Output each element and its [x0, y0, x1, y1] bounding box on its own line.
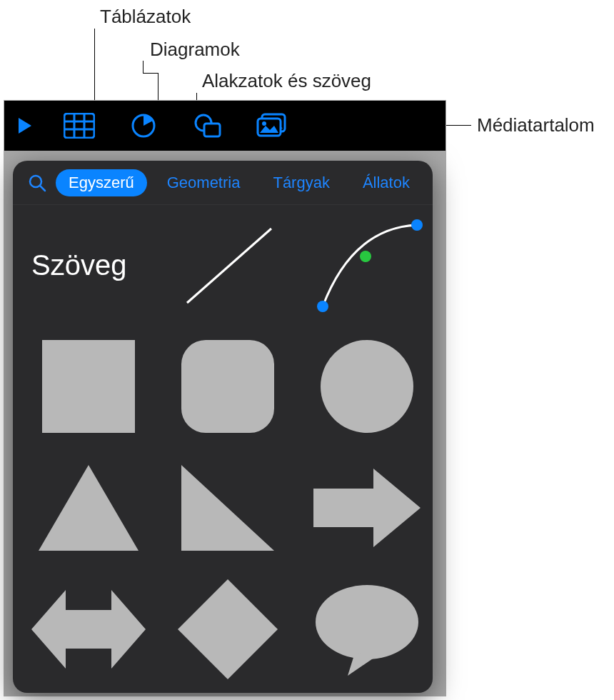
svg-line-12 [40, 186, 45, 191]
shapes-icon [193, 113, 222, 139]
callout-line [143, 61, 144, 74]
charts-button[interactable] [111, 101, 176, 151]
svg-rect-17 [42, 340, 135, 433]
shape-line[interactable] [174, 215, 281, 315]
shapes-grid: Szöveg [13, 205, 433, 693]
category-animals[interactable]: Állatok [350, 169, 423, 196]
callout-line [143, 73, 158, 74]
arrow-right-icon [313, 469, 421, 547]
charts-icon [131, 113, 156, 139]
shapes-popover: Egyszerű Geometria Tárgyak Állatok Szöve… [13, 161, 433, 693]
toolbar [4, 101, 446, 151]
right-triangle-icon [181, 465, 274, 551]
square-icon [42, 340, 135, 433]
search-icon [28, 174, 46, 192]
svg-point-19 [321, 340, 413, 433]
shape-square[interactable] [31, 336, 146, 436]
svg-rect-18 [181, 340, 274, 433]
pen-icon [310, 215, 424, 315]
callout-shapes-text: Alakzatok és szöveg [202, 70, 371, 92]
shape-triangle[interactable] [31, 458, 146, 558]
svg-rect-9 [258, 119, 281, 136]
category-objects[interactable]: Tárgyak [260, 169, 342, 196]
shapes-button[interactable] [176, 101, 240, 151]
shape-circle[interactable] [310, 336, 424, 436]
diamond-icon [178, 579, 278, 679]
search-button[interactable] [23, 174, 51, 192]
category-basic[interactable]: Egyszerű [56, 169, 147, 196]
speech-bubble-icon [313, 583, 421, 676]
callout-tables: Táblázatok [100, 6, 191, 28]
svg-rect-0 [64, 114, 94, 138]
shape-pen[interactable] [310, 215, 424, 315]
shape-rounded-square[interactable] [174, 336, 281, 436]
circle-icon [321, 340, 413, 433]
shape-diamond[interactable] [174, 579, 281, 679]
tables-icon [64, 113, 95, 139]
arrow-leftright-icon [31, 590, 146, 669]
category-geometry[interactable]: Geometria [154, 169, 253, 196]
play-button[interactable] [4, 101, 47, 151]
shape-speech-bubble[interactable] [310, 579, 424, 679]
svg-point-20 [316, 585, 418, 659]
svg-point-15 [411, 219, 423, 231]
shape-text[interactable]: Szöveg [31, 215, 146, 315]
media-icon [256, 113, 288, 139]
callout-media: Médiatartalom [477, 114, 595, 136]
shape-arrow-leftright[interactable] [31, 579, 146, 679]
tables-button[interactable] [47, 101, 111, 151]
line-icon [174, 219, 281, 311]
svg-point-16 [360, 251, 371, 262]
popover-header: Egyszerű Geometria Tárgyak Állatok [13, 161, 433, 205]
svg-point-14 [317, 301, 328, 312]
svg-rect-7 [204, 124, 220, 136]
rounded-square-icon [181, 340, 274, 433]
svg-point-10 [262, 121, 266, 126]
play-icon [14, 116, 34, 136]
svg-line-13 [187, 229, 271, 303]
triangle-icon [39, 465, 139, 551]
media-button[interactable] [240, 101, 304, 151]
shape-arrow-right[interactable] [310, 458, 424, 558]
shape-right-triangle[interactable] [174, 458, 281, 558]
callout-charts: Diagramok [150, 39, 240, 61]
